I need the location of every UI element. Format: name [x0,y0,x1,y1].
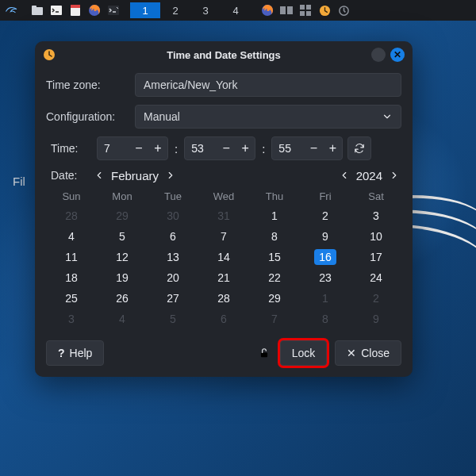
next-month-button[interactable] [163,167,178,184]
calendar-day[interactable]: 22 [249,267,300,288]
calendar-day[interactable]: 25 [46,288,97,309]
minimize-button[interactable] [371,48,386,62]
time-date-settings-dialog: Time and Date Settings ✕ Time zone: Amer… [35,41,413,377]
calendar-day[interactable]: 17 [351,247,401,267]
calendar-day[interactable]: 20 [148,267,198,288]
calendar-day[interactable]: 6 [148,226,198,247]
prev-month-button[interactable] [92,167,106,184]
calendar-day[interactable]: 23 [300,267,351,288]
calendar-day[interactable]: 24 [351,267,401,288]
second-minus-button[interactable]: − [304,137,323,159]
hour-minus-button[interactable]: − [129,137,148,159]
calendar-day[interactable]: 21 [198,267,249,288]
kali-menu-icon[interactable] [3,2,21,18]
power-tray-icon[interactable] [335,2,352,18]
clock-icon [43,48,56,61]
calendar-day[interactable]: 31 [198,205,249,226]
editor-icon[interactable] [67,2,84,18]
dow-header: Mon [97,187,148,205]
hour-stepper[interactable]: − + [97,136,168,160]
calendar-day[interactable]: 6 [198,309,249,329]
firefox-tray-icon[interactable] [259,2,276,18]
calendar-day[interactable]: 1 [300,288,351,309]
time-label: Time: [51,142,92,155]
calendar-day[interactable]: 11 [46,247,97,267]
minute-stepper[interactable]: − + [184,136,255,160]
calendar-day[interactable]: 2 [300,205,351,226]
year-label[interactable]: 2024 [356,169,382,182]
second-stepper[interactable]: − + [271,136,343,160]
date-label: Date: [51,169,92,182]
calendar-day[interactable]: 9 [300,226,351,247]
calendar-day[interactable]: 8 [249,226,300,247]
sync-now-button[interactable] [347,136,371,160]
configuration-label: Configuration: [46,110,125,123]
calendar-day[interactable]: 4 [97,309,148,329]
calendar-day[interactable]: 26 [97,288,148,309]
calendar-day[interactable]: 29 [249,288,300,309]
files-icon[interactable] [29,2,46,18]
calendar-day[interactable]: 29 [97,205,148,226]
calendar-day[interactable]: 7 [198,226,249,247]
clock-tray-icon[interactable] [316,2,333,18]
calendar-day[interactable]: 1 [249,205,300,226]
prev-year-button[interactable] [337,167,351,184]
workspace-1[interactable]: 1 [130,2,160,18]
calendar-day[interactable]: 5 [97,226,148,247]
close-button[interactable]: ✕ Close [335,340,401,366]
svg-rect-10 [300,5,305,10]
second-plus-button[interactable]: + [323,137,342,159]
calendar-day[interactable]: 7 [249,309,300,329]
calendar-day[interactable]: 14 [198,247,249,267]
svg-rect-12 [300,11,305,16]
calendar-day[interactable]: 18 [46,267,97,288]
calendar-day[interactable]: 5 [148,309,198,329]
help-icon: ? [58,347,65,359]
calendar-day[interactable]: 9 [351,309,401,329]
svg-rect-9 [287,6,293,14]
hour-plus-button[interactable]: + [148,137,167,159]
hour-input[interactable] [98,142,129,155]
workspace-2[interactable]: 2 [160,2,190,18]
minute-minus-button[interactable]: − [217,137,236,159]
calendar-day[interactable]: 3 [46,309,97,329]
firefox-icon[interactable] [86,2,103,18]
calendar-day[interactable]: 28 [198,288,249,309]
background-menu-text: Fil [13,175,25,188]
calendar-day[interactable]: 10 [351,226,401,247]
workspace-overview-icon[interactable] [297,2,314,18]
calendar-day[interactable]: 16 [300,247,351,267]
calendar-day[interactable]: 8 [300,309,351,329]
workspace-3[interactable]: 3 [190,2,221,18]
titlebar[interactable]: Time and Date Settings ✕ [35,41,413,68]
calendar-day[interactable]: 15 [249,247,300,267]
help-button[interactable]: ? Help [46,340,104,366]
calendar-day[interactable]: 2 [351,288,401,309]
minute-plus-button[interactable]: + [236,137,255,159]
calendar-day[interactable]: 12 [97,247,148,267]
calendar-day[interactable]: 30 [148,205,198,226]
lock-button[interactable]: Lock [280,340,328,366]
month-label[interactable]: February [111,169,159,182]
next-year-button[interactable] [387,167,401,184]
dow-header: Tue [148,187,198,205]
close-window-button[interactable]: ✕ [390,48,405,62]
terminal-dark-icon[interactable] [105,2,122,18]
calendar-day[interactable]: 27 [148,288,198,309]
calendar-day[interactable]: 19 [97,267,148,288]
calendar-day[interactable]: 3 [351,205,401,226]
calendar-day[interactable]: 28 [46,205,97,226]
timezone-label: Time zone: [46,79,125,91]
minute-input[interactable] [185,142,217,155]
workspace-4[interactable]: 4 [221,2,251,18]
calendar: SunMonTueWedThuFriSat 282930311234567891… [46,187,401,329]
window-list-icon[interactable] [278,2,295,18]
timezone-field[interactable]: America/New_York [135,73,401,97]
terminal-white-icon[interactable] [48,2,65,18]
second-input[interactable] [272,142,304,155]
configuration-select[interactable]: Manual [135,105,401,129]
calendar-day[interactable]: 13 [148,247,198,267]
svg-rect-11 [306,5,311,10]
dow-header: Sun [46,187,97,205]
calendar-day[interactable]: 4 [46,226,97,247]
